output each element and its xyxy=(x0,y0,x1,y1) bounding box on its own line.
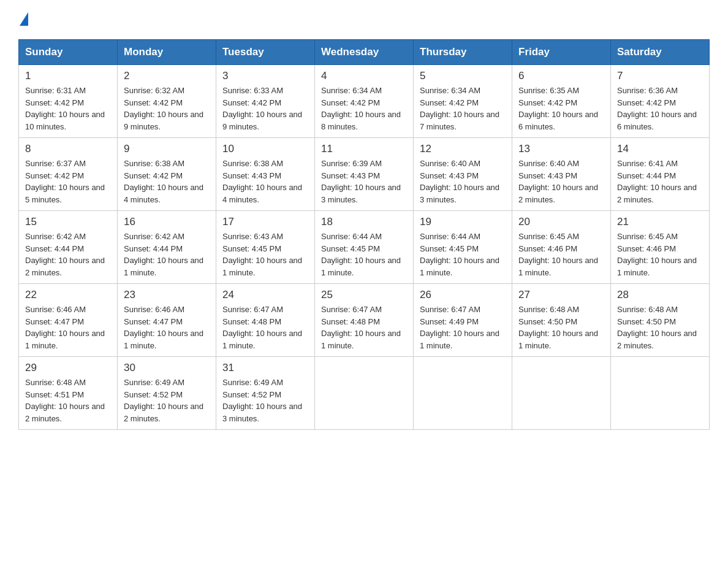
calendar-cell: 19Sunrise: 6:44 AMSunset: 4:45 PMDayligh… xyxy=(414,211,512,284)
day-number: 5 xyxy=(420,70,506,82)
day-number: 23 xyxy=(124,289,210,301)
day-info: Sunrise: 6:36 AMSunset: 4:42 PMDaylight:… xyxy=(617,85,703,132)
day-number: 7 xyxy=(617,70,703,82)
column-header-thursday: Thursday xyxy=(414,40,512,65)
calendar-cell: 11Sunrise: 6:39 AMSunset: 4:43 PMDayligh… xyxy=(315,138,414,211)
day-number: 29 xyxy=(25,362,111,374)
column-header-monday: Monday xyxy=(118,40,216,65)
day-info: Sunrise: 6:49 AMSunset: 4:52 PMDaylight:… xyxy=(222,377,308,424)
calendar-cell: 16Sunrise: 6:42 AMSunset: 4:44 PMDayligh… xyxy=(118,211,216,284)
day-number: 1 xyxy=(25,70,111,82)
calendar-cell: 4Sunrise: 6:34 AMSunset: 4:42 PMDaylight… xyxy=(315,65,414,138)
day-info: Sunrise: 6:31 AMSunset: 4:42 PMDaylight:… xyxy=(25,85,111,132)
day-number: 9 xyxy=(124,143,210,155)
calendar-cell: 28Sunrise: 6:48 AMSunset: 4:50 PMDayligh… xyxy=(611,284,710,357)
day-info: Sunrise: 6:48 AMSunset: 4:50 PMDaylight:… xyxy=(518,304,604,351)
calendar-cell: 24Sunrise: 6:47 AMSunset: 4:48 PMDayligh… xyxy=(216,284,315,357)
calendar-cell xyxy=(414,357,512,430)
day-info: Sunrise: 6:47 AMSunset: 4:48 PMDaylight:… xyxy=(222,304,308,351)
calendar-cell: 15Sunrise: 6:42 AMSunset: 4:44 PMDayligh… xyxy=(19,211,118,284)
day-info: Sunrise: 6:46 AMSunset: 4:47 PMDaylight:… xyxy=(124,304,210,351)
day-info: Sunrise: 6:47 AMSunset: 4:49 PMDaylight:… xyxy=(420,304,506,351)
day-number: 14 xyxy=(617,143,703,155)
calendar-cell: 23Sunrise: 6:46 AMSunset: 4:47 PMDayligh… xyxy=(118,284,216,357)
day-info: Sunrise: 6:48 AMSunset: 4:51 PMDaylight:… xyxy=(25,377,111,424)
day-number: 11 xyxy=(321,143,407,155)
calendar-cell: 14Sunrise: 6:41 AMSunset: 4:44 PMDayligh… xyxy=(611,138,710,211)
day-info: Sunrise: 6:38 AMSunset: 4:43 PMDaylight:… xyxy=(222,158,308,205)
day-info: Sunrise: 6:34 AMSunset: 4:42 PMDaylight:… xyxy=(321,85,407,132)
calendar-cell xyxy=(512,357,611,430)
day-number: 16 xyxy=(124,216,210,228)
calendar-cell: 8Sunrise: 6:37 AMSunset: 4:42 PMDaylight… xyxy=(19,138,118,211)
calendar-cell: 12Sunrise: 6:40 AMSunset: 4:43 PMDayligh… xyxy=(414,138,512,211)
calendar-cell: 25Sunrise: 6:47 AMSunset: 4:48 PMDayligh… xyxy=(315,284,414,357)
day-number: 19 xyxy=(420,216,506,228)
page-header xyxy=(18,12,710,27)
day-number: 24 xyxy=(222,289,308,301)
day-number: 20 xyxy=(518,216,604,228)
column-header-wednesday: Wednesday xyxy=(315,40,414,65)
calendar-cell: 1Sunrise: 6:31 AMSunset: 4:42 PMDaylight… xyxy=(19,65,118,138)
day-number: 3 xyxy=(222,70,308,82)
day-number: 31 xyxy=(222,362,308,374)
calendar-cell: 17Sunrise: 6:43 AMSunset: 4:45 PMDayligh… xyxy=(216,211,315,284)
day-number: 15 xyxy=(25,216,111,228)
calendar-cell xyxy=(611,357,710,430)
day-info: Sunrise: 6:43 AMSunset: 4:45 PMDaylight:… xyxy=(222,231,308,278)
calendar-header-row: SundayMondayTuesdayWednesdayThursdayFrid… xyxy=(19,40,710,65)
day-info: Sunrise: 6:46 AMSunset: 4:47 PMDaylight:… xyxy=(25,304,111,351)
day-info: Sunrise: 6:45 AMSunset: 4:46 PMDaylight:… xyxy=(518,231,604,278)
day-info: Sunrise: 6:47 AMSunset: 4:48 PMDaylight:… xyxy=(321,304,407,351)
week-row-5: 29Sunrise: 6:48 AMSunset: 4:51 PMDayligh… xyxy=(19,357,710,430)
day-info: Sunrise: 6:44 AMSunset: 4:45 PMDaylight:… xyxy=(420,231,506,278)
calendar-cell xyxy=(315,357,414,430)
day-number: 21 xyxy=(617,216,703,228)
day-info: Sunrise: 6:40 AMSunset: 4:43 PMDaylight:… xyxy=(420,158,506,205)
calendar-cell: 30Sunrise: 6:49 AMSunset: 4:52 PMDayligh… xyxy=(118,357,216,430)
calendar-cell: 3Sunrise: 6:33 AMSunset: 4:42 PMDaylight… xyxy=(216,65,315,138)
day-info: Sunrise: 6:44 AMSunset: 4:45 PMDaylight:… xyxy=(321,231,407,278)
calendar-cell: 21Sunrise: 6:45 AMSunset: 4:46 PMDayligh… xyxy=(611,211,710,284)
day-info: Sunrise: 6:45 AMSunset: 4:46 PMDaylight:… xyxy=(617,231,703,278)
column-header-friday: Friday xyxy=(512,40,611,65)
calendar-cell: 29Sunrise: 6:48 AMSunset: 4:51 PMDayligh… xyxy=(19,357,118,430)
day-number: 12 xyxy=(420,143,506,155)
calendar-cell: 31Sunrise: 6:49 AMSunset: 4:52 PMDayligh… xyxy=(216,357,315,430)
day-info: Sunrise: 6:42 AMSunset: 4:44 PMDaylight:… xyxy=(25,231,111,278)
week-row-3: 15Sunrise: 6:42 AMSunset: 4:44 PMDayligh… xyxy=(19,211,710,284)
day-info: Sunrise: 6:40 AMSunset: 4:43 PMDaylight:… xyxy=(518,158,604,205)
day-number: 8 xyxy=(25,143,111,155)
day-number: 18 xyxy=(321,216,407,228)
calendar-cell: 22Sunrise: 6:46 AMSunset: 4:47 PMDayligh… xyxy=(19,284,118,357)
column-header-sunday: Sunday xyxy=(19,40,118,65)
calendar-cell: 27Sunrise: 6:48 AMSunset: 4:50 PMDayligh… xyxy=(512,284,611,357)
day-number: 28 xyxy=(617,289,703,301)
calendar-table: SundayMondayTuesdayWednesdayThursdayFrid… xyxy=(18,39,710,430)
day-number: 2 xyxy=(124,70,210,82)
day-number: 22 xyxy=(25,289,111,301)
calendar-cell: 5Sunrise: 6:34 AMSunset: 4:42 PMDaylight… xyxy=(414,65,512,138)
week-row-1: 1Sunrise: 6:31 AMSunset: 4:42 PMDaylight… xyxy=(19,65,710,138)
day-number: 17 xyxy=(222,216,308,228)
day-info: Sunrise: 6:34 AMSunset: 4:42 PMDaylight:… xyxy=(420,85,506,132)
day-info: Sunrise: 6:49 AMSunset: 4:52 PMDaylight:… xyxy=(124,377,210,424)
day-number: 27 xyxy=(518,289,604,301)
calendar-cell: 9Sunrise: 6:38 AMSunset: 4:42 PMDaylight… xyxy=(118,138,216,211)
calendar-cell: 18Sunrise: 6:44 AMSunset: 4:45 PMDayligh… xyxy=(315,211,414,284)
week-row-4: 22Sunrise: 6:46 AMSunset: 4:47 PMDayligh… xyxy=(19,284,710,357)
day-info: Sunrise: 6:37 AMSunset: 4:42 PMDaylight:… xyxy=(25,158,111,205)
day-info: Sunrise: 6:42 AMSunset: 4:44 PMDaylight:… xyxy=(124,231,210,278)
day-number: 30 xyxy=(124,362,210,374)
column-header-saturday: Saturday xyxy=(611,40,710,65)
day-info: Sunrise: 6:38 AMSunset: 4:42 PMDaylight:… xyxy=(124,158,210,205)
day-number: 10 xyxy=(222,143,308,155)
calendar-cell: 10Sunrise: 6:38 AMSunset: 4:43 PMDayligh… xyxy=(216,138,315,211)
day-info: Sunrise: 6:39 AMSunset: 4:43 PMDaylight:… xyxy=(321,158,407,205)
column-header-tuesday: Tuesday xyxy=(216,40,315,65)
day-info: Sunrise: 6:48 AMSunset: 4:50 PMDaylight:… xyxy=(617,304,703,351)
day-info: Sunrise: 6:35 AMSunset: 4:42 PMDaylight:… xyxy=(518,85,604,132)
day-info: Sunrise: 6:41 AMSunset: 4:44 PMDaylight:… xyxy=(617,158,703,205)
day-number: 13 xyxy=(518,143,604,155)
calendar-cell: 6Sunrise: 6:35 AMSunset: 4:42 PMDaylight… xyxy=(512,65,611,138)
